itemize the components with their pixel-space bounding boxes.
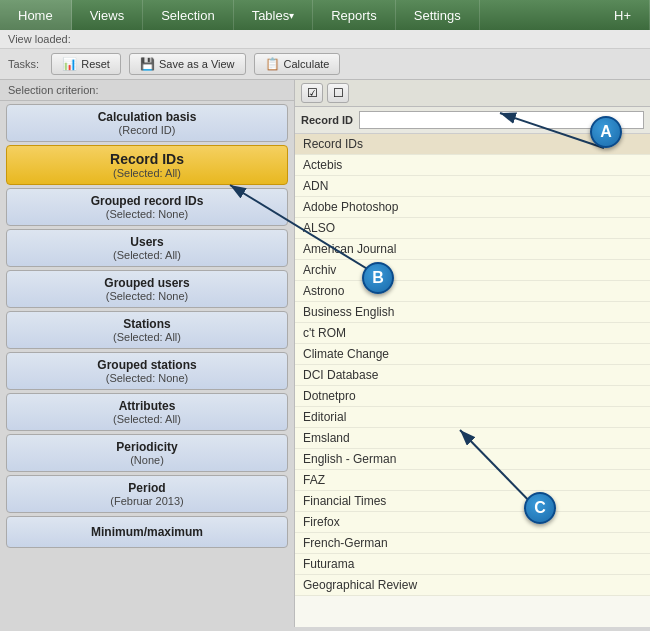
list-item[interactable]: Actebis <box>295 155 650 176</box>
criterion-grouped-users[interactable]: Grouped users (Selected: None) <box>6 270 288 308</box>
reset-label: Reset <box>81 58 110 70</box>
list-item[interactable]: Firefox <box>295 512 650 533</box>
nav-tables[interactable]: Tables <box>234 0 314 30</box>
nav-settings[interactable]: Settings <box>396 0 480 30</box>
nav-reports[interactable]: Reports <box>313 0 396 30</box>
criterion-attributes[interactable]: Attributes (Selected: All) <box>6 393 288 431</box>
annotation-c: C <box>524 492 556 524</box>
list-item[interactable]: Geographical Review <box>295 575 650 596</box>
criterion-users-main: Users <box>15 235 279 249</box>
nav-selection[interactable]: Selection <box>143 0 233 30</box>
list-item[interactable]: Adobe Photoshop <box>295 197 650 218</box>
list-item[interactable]: Astrono <box>295 281 650 302</box>
list-item[interactable]: DCI Database <box>295 365 650 386</box>
criterion-periodicity[interactable]: Periodicity (None) <box>6 434 288 472</box>
nav-hplus[interactable]: H+ <box>596 0 650 30</box>
criterion-groupusers-sub: (Selected: None) <box>15 290 279 302</box>
save-icon: 💾 <box>140 57 155 71</box>
list-item[interactable]: Emsland <box>295 428 650 449</box>
save-as-view-label: Save as a View <box>159 58 235 70</box>
criterion-users[interactable]: Users (Selected: All) <box>6 229 288 267</box>
criterion-calc-main: Calculation basis <box>15 110 279 124</box>
left-panel: Selection criterion: Calculation basis (… <box>0 80 295 627</box>
tasks-label: Tasks: <box>8 58 39 70</box>
criterion-grouprecids-sub: (Selected: None) <box>15 208 279 220</box>
criterion-calculation-basis[interactable]: Calculation basis (Record ID) <box>6 104 288 142</box>
list-item[interactable]: ADN <box>295 176 650 197</box>
selection-criterion-label: Selection criterion: <box>0 80 294 101</box>
list-item[interactable]: Business English <box>295 302 650 323</box>
reset-icon: 📊 <box>62 57 77 71</box>
tasks-bar: Tasks: 📊 Reset 💾 Save as a View 📋 Calcul… <box>0 49 650 80</box>
list-item[interactable]: c't ROM <box>295 323 650 344</box>
criterion-calc-sub: (Record ID) <box>15 124 279 136</box>
list-item[interactable]: English - German <box>295 449 650 470</box>
criterion-minmax[interactable]: Minimum/maximum <box>6 516 288 548</box>
list-item[interactable]: Futurama <box>295 554 650 575</box>
view-loaded-label: View loaded: <box>8 33 71 45</box>
criterion-groupstations-sub: (Selected: None) <box>15 372 279 384</box>
criterion-stations-main: Stations <box>15 317 279 331</box>
save-as-view-button[interactable]: 💾 Save as a View <box>129 53 246 75</box>
criterion-recids-main: Record IDs <box>15 151 279 167</box>
criterion-period-main: Period <box>15 481 279 495</box>
list-item[interactable]: Archiv <box>295 260 650 281</box>
criterion-record-ids[interactable]: Record IDs (Selected: All) <box>6 145 288 185</box>
list-item[interactable]: Dotnetpro <box>295 386 650 407</box>
view-loaded-bar: View loaded: <box>0 30 650 49</box>
list-item[interactable]: American Journal <box>295 239 650 260</box>
list-item[interactable]: Editorial <box>295 407 650 428</box>
criterion-attributes-main: Attributes <box>15 399 279 413</box>
criterion-period[interactable]: Period (Februar 2013) <box>6 475 288 513</box>
criterion-grouprecids-main: Grouped record IDs <box>15 194 279 208</box>
right-toolbar: ☑ ☐ <box>295 80 650 107</box>
list-item[interactable]: ALSO <box>295 218 650 239</box>
criterion-grouped-stations[interactable]: Grouped stations (Selected: None) <box>6 352 288 390</box>
reset-button[interactable]: 📊 Reset <box>51 53 121 75</box>
toolbar-icon-2[interactable]: ☐ <box>327 83 349 103</box>
criterion-minmax-main: Minimum/maximum <box>15 525 279 539</box>
list-item[interactable]: French-German <box>295 533 650 554</box>
criterion-stations[interactable]: Stations (Selected: All) <box>6 311 288 349</box>
right-panel: ☑ ☐ Record ID Record IDs Actebis ADN Ado… <box>295 80 650 627</box>
list-item[interactable]: Climate Change <box>295 344 650 365</box>
nav-home[interactable]: Home <box>0 0 72 30</box>
list-container[interactable]: Record IDs Actebis ADN Adobe Photoshop A… <box>295 134 650 627</box>
criterion-groupstations-main: Grouped stations <box>15 358 279 372</box>
criterion-groupusers-main: Grouped users <box>15 276 279 290</box>
criterion-grouped-record-ids[interactable]: Grouped record IDs (Selected: None) <box>6 188 288 226</box>
calculate-label: Calculate <box>284 58 330 70</box>
calculate-icon: 📋 <box>265 57 280 71</box>
annotation-b: B <box>362 262 394 294</box>
list-item[interactable]: Financial Times <box>295 491 650 512</box>
main-area: Selection criterion: Calculation basis (… <box>0 80 650 627</box>
nav-bar: Home Views Selection Tables Reports Sett… <box>0 0 650 30</box>
record-id-label: Record ID <box>301 114 353 126</box>
criterion-attributes-sub: (Selected: All) <box>15 413 279 425</box>
criterion-stations-sub: (Selected: All) <box>15 331 279 343</box>
criterion-users-sub: (Selected: All) <box>15 249 279 261</box>
nav-views[interactable]: Views <box>72 0 143 30</box>
criterion-period-sub: (Februar 2013) <box>15 495 279 507</box>
criterion-periodicity-main: Periodicity <box>15 440 279 454</box>
criterion-recids-sub: (Selected: All) <box>15 167 279 179</box>
toolbar-icon-1[interactable]: ☑ <box>301 83 323 103</box>
calculate-button[interactable]: 📋 Calculate <box>254 53 341 75</box>
criterion-periodicity-sub: (None) <box>15 454 279 466</box>
list-item[interactable]: FAZ <box>295 470 650 491</box>
annotation-a: A <box>590 116 622 148</box>
